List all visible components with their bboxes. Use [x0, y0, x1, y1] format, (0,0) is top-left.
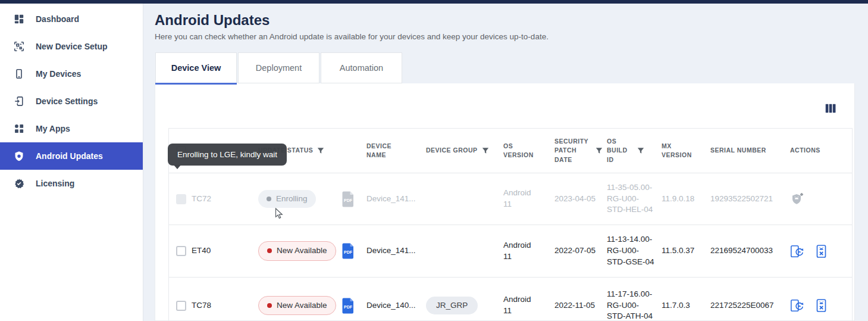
- mx-version-cell: 11.9.0.18: [662, 194, 710, 205]
- apps-icon: [13, 123, 25, 135]
- security-patch-date-cell: 2023-04-05: [554, 194, 607, 205]
- table-row: ET40 New Available PDF Device_141... And…: [169, 225, 852, 278]
- os-version-cell: Android 11: [503, 240, 539, 263]
- column-header-serial-number: SERIAL NUMBER: [710, 146, 790, 155]
- pdf-report-icon: PDF: [341, 191, 355, 207]
- svg-text:PDF: PDF: [344, 198, 353, 202]
- sidebar-item-label: New Device Setup: [36, 42, 108, 51]
- model-cell: TC72: [192, 194, 258, 205]
- os-update-refresh-icon[interactable]: [790, 244, 804, 258]
- os-version-cell: Android 11: [503, 188, 539, 210]
- sidebar-item-licensing[interactable]: Licensing: [0, 170, 143, 197]
- tab-deployment[interactable]: Deployment: [238, 52, 319, 83]
- sidebar-item-android-updates[interactable]: Android Updates: [0, 142, 143, 170]
- device-name-cell: Device_140...: [366, 300, 426, 311]
- sidebar-item-label: Licensing: [36, 179, 74, 188]
- column-header-device-group: DEVICE GROUP: [426, 146, 503, 155]
- table-row: TC72 Enrolling PDF Device_141... Android…: [169, 173, 852, 225]
- filter-icon[interactable]: [637, 147, 644, 154]
- mx-version-cell: 11.5.0.37: [662, 245, 710, 257]
- top-bar: [0, 0, 868, 4]
- svg-text:PDF: PDF: [344, 250, 353, 254]
- serial-number-cell: 22169524700033: [710, 245, 790, 257]
- row-checkbox[interactable]: [176, 301, 186, 311]
- row-checkbox[interactable]: [176, 246, 186, 256]
- status-dot: [267, 197, 271, 201]
- column-header-mx-version: MX VERSION: [662, 142, 710, 160]
- filter-icon[interactable]: [317, 147, 324, 154]
- device-settings-icon: [13, 95, 25, 107]
- svg-text:PDF: PDF: [344, 305, 353, 309]
- column-header-device-name: DEVICE NAME: [366, 142, 426, 160]
- security-patch-date-cell: 2022-11-05: [554, 300, 607, 311]
- mx-version-cell: 11.7.0.3: [662, 300, 710, 311]
- serial-number-cell: 19293522502721: [710, 194, 790, 205]
- sidebar-item-my-apps[interactable]: My Apps: [0, 115, 143, 142]
- sidebar-item-new-device-setup[interactable]: New Device Setup: [0, 33, 143, 60]
- status-dot: [267, 248, 272, 253]
- tab-automation[interactable]: Automation: [321, 52, 402, 83]
- status-badge: Enrolling: [258, 190, 316, 208]
- column-selector-icon[interactable]: [824, 102, 837, 115]
- os-update-cancel-icon[interactable]: [814, 298, 829, 313]
- dashboard-icon: [13, 13, 25, 25]
- sidebar-item-dashboard[interactable]: Dashboard: [0, 5, 143, 33]
- device-group-pill: JR_GRP: [426, 297, 478, 315]
- enrolling-tooltip: Enrolling to LGE, kindly wait: [168, 144, 287, 166]
- filter-icon[interactable]: [482, 147, 489, 154]
- os-build-id-cell: 11-13-14.00-RG-U00-STD-GSE-04: [607, 234, 662, 268]
- status-badge: New Available: [258, 241, 336, 261]
- sidebar-item-label: My Apps: [36, 124, 70, 133]
- sidebar-item-label: Dashboard: [36, 14, 79, 24]
- device-name-cell: Device_141...: [366, 245, 426, 257]
- sidebar: Dashboard New Device Setup My Devices De…: [0, 4, 143, 321]
- pdf-report-icon[interactable]: PDF: [341, 243, 355, 259]
- enroll-shield-plus-icon: [790, 192, 804, 206]
- column-header-os-version: OS VERSION: [503, 142, 554, 160]
- device-view-panel: UPDATE STATUS DEVICE NAME DEVICE GROUP O…: [155, 83, 855, 321]
- android-shield-icon: [13, 150, 25, 162]
- serial-number-cell: 221725225E0067: [710, 300, 790, 311]
- os-build-id-cell: 11-35-05.00-RG-U00-STD-HEL-04: [607, 182, 662, 216]
- table-row: TC78 New Available PDF Device_140... JR_…: [169, 278, 852, 321]
- column-header-os-build-id: OS BUILD ID: [607, 137, 662, 164]
- filter-icon[interactable]: [596, 147, 603, 154]
- sidebar-item-my-devices[interactable]: My Devices: [0, 60, 143, 88]
- sidebar-item-device-settings[interactable]: Device Settings: [0, 88, 143, 115]
- tab-bar: Device View Deployment Automation: [155, 52, 402, 83]
- os-build-id-cell: 11-17-16.00-RG-U00-STD-ATH-04: [607, 289, 662, 321]
- device-name-cell: Device_141...: [366, 194, 426, 205]
- smartphone-icon: [13, 68, 25, 80]
- status-dot: [267, 303, 272, 308]
- security-patch-date-cell: 2022-07-05: [554, 245, 607, 257]
- page-subtitle: Here you can check whether an Android up…: [155, 32, 549, 41]
- model-cell: TC78: [192, 300, 258, 311]
- os-update-refresh-icon[interactable]: [790, 298, 804, 313]
- row-checkbox: [176, 194, 186, 204]
- column-header-security-patch-date: SECURITY PATCH DATE: [554, 137, 607, 164]
- qr-scanner-icon: [13, 40, 25, 52]
- pdf-report-icon[interactable]: PDF: [341, 298, 355, 314]
- tab-device-view[interactable]: Device View: [155, 52, 237, 83]
- os-version-cell: Android 11: [503, 294, 539, 317]
- sidebar-item-label: Device Settings: [36, 96, 98, 106]
- status-badge: New Available: [258, 296, 336, 316]
- sidebar-item-label: My Devices: [36, 69, 81, 79]
- page-title: Android Updates: [155, 12, 270, 29]
- license-badge-icon: [13, 177, 25, 189]
- column-header-actions: ACTIONS: [790, 146, 847, 155]
- sidebar-item-label: Android Updates: [36, 151, 103, 161]
- os-update-cancel-icon[interactable]: [814, 244, 829, 258]
- model-cell: ET40: [192, 245, 258, 257]
